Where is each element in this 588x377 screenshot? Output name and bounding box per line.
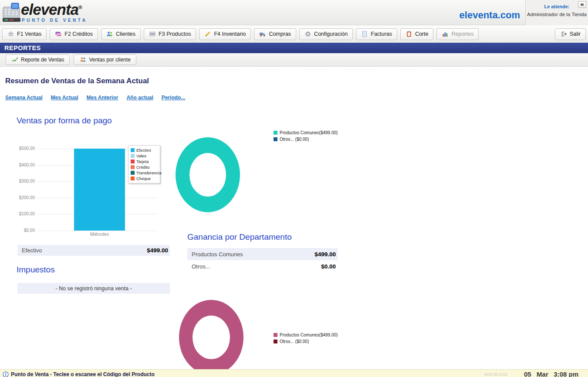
legend-label: Productos Comunes($499.00) <box>280 333 338 337</box>
y-tick: $200.00 <box>13 195 35 200</box>
y-tick: $500.00 <box>13 146 35 151</box>
ventas-por-cliente-button[interactable]: Ventas por cliente <box>74 54 136 65</box>
toolbar-button-label: Corte <box>415 31 429 37</box>
ganancia-title: Ganancia por Departamento <box>187 232 292 242</box>
brand-tagline: PUNTO DE VENTA <box>22 18 87 23</box>
bar-chart-title: Ventas por forma de pago <box>17 116 112 126</box>
toolbar-button-label: F1 Ventas <box>17 31 41 37</box>
version-label: Ver5.90.0.02 <box>484 372 507 377</box>
toolbar-button-label: Reportes <box>451 31 473 37</box>
ganancia-row-productos-comunes: Productos Comunes $499.00 <box>187 248 338 260</box>
y-tick: $0.00 <box>13 228 35 233</box>
period-links: Semana Actual Mes Actual Mes Anterior Añ… <box>5 95 185 101</box>
basket-icon <box>7 31 14 37</box>
legend-label: Vales <box>136 153 146 158</box>
bar-chart-icon <box>442 31 449 37</box>
toolbar-button-label: Clientes <box>116 31 135 37</box>
legend-label: Tarjeta <box>136 159 149 164</box>
toolbar-button-configuracion[interactable]: Configuración <box>299 28 353 40</box>
reports-toolbar: Reporte de Ventas Ventas por cliente <box>0 53 588 67</box>
clients-icon <box>106 31 113 37</box>
toolbar-button-label: F4 Inventario <box>214 31 246 37</box>
truck-icon <box>259 31 266 37</box>
donut-chart-ganancia-departamento <box>179 300 244 376</box>
toolbar-button-creditos[interactable]: F2 Créditos <box>50 28 98 40</box>
brand-logo-text: eleventa® <box>21 1 82 18</box>
invoice-icon <box>361 31 368 37</box>
website-link[interactable]: eleventa.com <box>460 10 520 21</box>
toolbar-button-facturas[interactable]: Facturas <box>356 28 397 40</box>
ganancia-value: $0.00 <box>321 263 336 270</box>
impuestos-empty-row: - No se registró ninguna venta - <box>17 283 170 294</box>
y-tick: $100.00 <box>13 211 35 216</box>
line-chart-icon <box>11 56 18 63</box>
toolbar-button-reportes[interactable]: Reportes <box>436 28 479 40</box>
sub-button-label: Reporte de Ventas <box>21 57 64 63</box>
status-right: Ver5.90.0.02 05 Mar 3:08 pm <box>484 370 585 377</box>
window-control-button[interactable] <box>578 1 586 8</box>
product-box-icon <box>149 31 156 37</box>
attendant-name: Administrador de la Tienda <box>526 12 588 17</box>
toolbar-button-label: F3 Productos <box>159 31 191 37</box>
link-mes-anterior[interactable]: Mes Anterior <box>87 95 118 101</box>
legend-label: Otros... ($0.00) <box>280 137 309 142</box>
status-message: Punto de Venta - Teclee o escanee el Cód… <box>11 371 155 377</box>
ganancia-label: Productos Comunes <box>192 251 243 258</box>
cash-register-icon <box>2 2 21 23</box>
legend-label: Transferencia <box>136 170 162 175</box>
legend-label: Crédito <box>136 165 150 170</box>
payment-label: Efectivo <box>22 247 42 254</box>
impuestos-title: Impuestos <box>17 265 55 275</box>
status-bar: Punto de Venta - Teclee o escanee el Cód… <box>0 369 588 377</box>
ganancia-row-otros: Otros... $0.00 <box>187 260 338 272</box>
bar-chart-legend: Efectivo Vales Tarjeta Crédito Transfere… <box>128 145 160 183</box>
link-ano-actual[interactable]: Año actual <box>126 95 153 101</box>
payment-value: $499.00 <box>147 247 168 254</box>
credit-cards-icon <box>55 31 62 37</box>
legend-swatch-otros <box>274 137 277 141</box>
legend-swatch-vales <box>131 154 135 158</box>
bar-efectivo <box>74 149 125 231</box>
legend-swatch-efectivo <box>131 148 135 152</box>
section-title-bar: REPORTES <box>0 43 588 53</box>
main-toolbar: F1 Ventas F2 Créditos Clientes F3 Produc… <box>0 25 588 43</box>
ganancia-label: Otros... <box>192 263 210 270</box>
legend-swatch-tarjeta <box>131 160 135 163</box>
toolbar-button-label: F2 Créditos <box>64 31 93 37</box>
payment-row-efectivo: Efectivo $499.00 <box>17 245 170 256</box>
donut1-legend: Productos Comunes($499.00) Otros... ($0.… <box>274 129 338 143</box>
clients-sales-icon <box>79 56 86 63</box>
toolbar-button-label: Configuración <box>314 31 348 37</box>
toolbar-button-corte[interactable]: Corte <box>400 28 434 40</box>
legend-swatch-otros <box>274 340 277 343</box>
x-category-label: Miércoles <box>74 232 125 237</box>
pencil-inventory-icon <box>204 31 211 37</box>
legend-label: Otros... ($0.00) <box>280 339 309 344</box>
exit-arrow-icon <box>560 31 567 37</box>
toolbar-button-clientes[interactable]: Clientes <box>101 28 141 40</box>
legend-swatch-cheque <box>131 177 135 180</box>
legend-label: Efectivo <box>136 148 151 153</box>
y-tick: $400.00 <box>13 163 35 167</box>
link-semana-actual[interactable]: Semana Actual <box>5 95 43 101</box>
toolbar-button-label: Salir <box>570 31 581 37</box>
link-periodo[interactable]: Periodo... <box>162 95 186 101</box>
reporte-de-ventas-button[interactable]: Reporte de Ventas <box>6 54 70 65</box>
toolbar-button-ventas[interactable]: F1 Ventas <box>2 28 47 40</box>
legend-swatch-productos-comunes <box>274 333 277 337</box>
link-mes-actual[interactable]: Mes Actual <box>51 95 78 101</box>
datetime-label: 05 Mar 3:08 pm <box>524 370 578 377</box>
eleventa-pos-window: eleventa® PUNTO DE VENTA eleventa.com Le… <box>0 0 588 377</box>
toolbar-button-label: Facturas <box>371 31 392 37</box>
app-header: eleventa® PUNTO DE VENTA eleventa.com Le… <box>0 0 588 25</box>
toolbar-button-salir[interactable]: Salir <box>555 28 586 40</box>
toolbar-button-productos[interactable]: F3 Productos <box>144 28 196 40</box>
legend-label: Productos Comunes($499.00) <box>280 130 338 135</box>
gear-icon <box>304 31 311 37</box>
toolbar-button-compras[interactable]: Compras <box>254 28 296 40</box>
toolbar-button-inventario[interactable]: F4 Inventario <box>199 28 251 40</box>
registered-mark: ® <box>78 4 82 10</box>
donut-chart-ventas-departamento <box>175 137 240 213</box>
ganancia-value: $499.00 <box>314 251 336 258</box>
page-title: Resumen de Ventas de la Semana Actual <box>5 77 149 85</box>
